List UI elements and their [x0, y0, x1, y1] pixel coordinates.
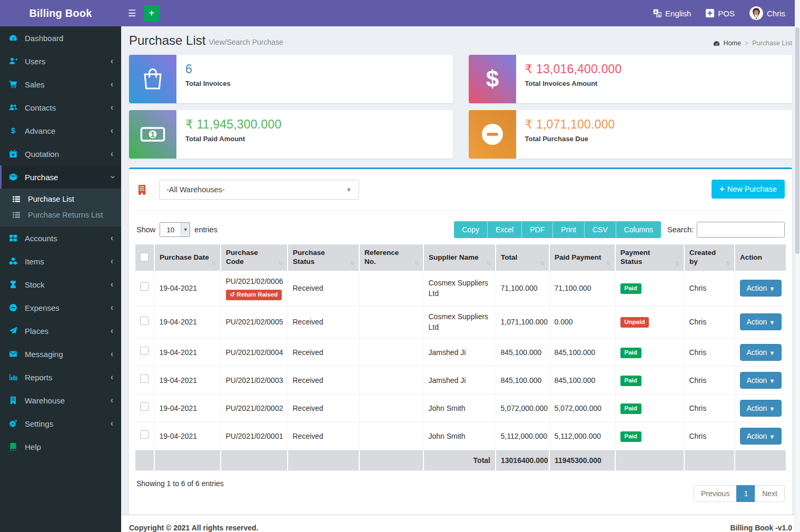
column-header-supplier-name[interactable]: Supplier Name↑↓: [423, 244, 496, 271]
table-info: Showing 1 to 6 of 6 entries: [136, 479, 224, 488]
sidebar-item-sales[interactable]: Sales‹: [0, 73, 121, 96]
pagination-page-1[interactable]: 1: [736, 485, 755, 502]
export-columns-button[interactable]: Columns: [616, 221, 661, 238]
row-checkbox[interactable]: [140, 375, 149, 383]
sidebar-item-messaging[interactable]: Messaging‹: [0, 342, 121, 366]
cell-total: 5,112,000.000: [496, 422, 549, 450]
column-header-created-by[interactable]: Created by↑↓: [684, 244, 735, 271]
cart-icon: [9, 80, 21, 88]
row-checkbox[interactable]: [140, 430, 149, 439]
app-logo[interactable]: Billing Book: [0, 0, 121, 26]
cell-purchase-status: Received: [288, 338, 359, 366]
chevron-left-icon: ‹: [111, 350, 113, 358]
pagination-previous[interactable]: Previous: [694, 485, 737, 502]
sidebar-item-settings[interactable]: Settings‹: [0, 412, 121, 435]
action-button[interactable]: Action▼: [740, 280, 782, 297]
page-length-select[interactable]: 10 ▼: [160, 222, 190, 237]
export-print-button[interactable]: Print: [553, 221, 585, 238]
chevron-left-icon: ‹: [111, 103, 113, 112]
dashboard-icon: [713, 40, 720, 47]
row-checkbox[interactable]: [140, 282, 149, 291]
column-header-payment-status[interactable]: Payment Status↑↓: [615, 244, 684, 271]
column-header-purchase-code[interactable]: Purchase Code↑↓: [221, 244, 288, 271]
export-csv-button[interactable]: CSV: [585, 221, 616, 238]
new-purchase-button[interactable]: +New Purchase: [712, 180, 785, 199]
column-header-total[interactable]: Total↑↓: [496, 244, 549, 271]
breadcrumb-home-link[interactable]: Home: [724, 40, 741, 47]
column-header-paid-payment[interactable]: Paid Payment↑↓: [549, 244, 615, 271]
cell-supplier-name: John Smith: [423, 422, 496, 450]
action-button[interactable]: Action▼: [740, 313, 782, 330]
sidebar-item-accounts[interactable]: Accounts‹: [0, 226, 121, 250]
cell-purchase-code: PU/2021/02/0006↺ Return Raised: [221, 271, 288, 306]
pos-label: POS: [718, 9, 735, 18]
cell-purchase-status: Received: [288, 271, 359, 306]
money-bill-icon: 1: [129, 110, 176, 159]
sidebar-item-stock[interactable]: Stock‹: [0, 273, 121, 296]
caret-down-icon: ▼: [769, 285, 775, 292]
minus-circle-icon: [469, 110, 516, 159]
search-input[interactable]: [697, 222, 785, 238]
sidebar-item-contacts[interactable]: Contacts‹: [0, 96, 121, 119]
sidebar-item-items[interactable]: Items‹: [0, 250, 121, 273]
sidebar-item-purchase[interactable]: Purchase‹: [0, 165, 121, 189]
payment-status-badge: Paid: [620, 376, 641, 386]
action-button[interactable]: Action▼: [740, 372, 782, 389]
row-checkbox[interactable]: [140, 347, 149, 355]
cell-supplier-name: Cosmex Suppliers Ltd: [423, 306, 496, 339]
chevron-left-icon: ‹: [111, 280, 113, 289]
language-menu[interactable]: Aa English: [646, 0, 698, 26]
sidebar-toggle-icon[interactable]: ☰: [121, 8, 143, 19]
row-checkbox[interactable]: [140, 317, 149, 325]
sidebar-item-label: Sales: [25, 80, 45, 89]
breadcrumb-separator: >: [745, 40, 748, 47]
sort-icon: ↑↓: [725, 259, 729, 267]
sidebar-item-quotation[interactable]: Quotation‹: [0, 142, 121, 165]
action-button[interactable]: Action▼: [740, 400, 782, 417]
table-row: 19-04-2021PU/2021/02/0006↺ Return Raised…: [135, 271, 786, 306]
dollar-icon: $: [9, 126, 21, 135]
scrollbar[interactable]: [795, 0, 800, 532]
cell-total: 1,071,100.000: [496, 306, 549, 339]
sidebar-item-places[interactable]: Places‹: [0, 319, 121, 342]
sidebar-item-reports[interactable]: Reports‹: [0, 366, 121, 389]
envelope-icon: [9, 350, 21, 358]
row-checkbox[interactable]: [140, 402, 149, 411]
table-controls: Show 10 ▼ entries CopyExcelPDFPrintCSVCo…: [136, 221, 785, 238]
sidebar-item-label: Help: [25, 442, 41, 451]
sidebar-item-dashboard[interactable]: Dashboard: [0, 26, 121, 50]
sidebar-item-help[interactable]: Help: [0, 435, 121, 458]
pos-button[interactable]: POS: [698, 0, 742, 26]
action-button[interactable]: Action▼: [740, 344, 782, 361]
column-header-purchase-date[interactable]: Purchase Date↑↓: [154, 244, 221, 271]
table-footer: Showing 1 to 6 of 6 entries Previous 1 N…: [136, 478, 785, 502]
sidebar-item-label: Dashboard: [25, 34, 63, 43]
cell-purchase-date: 19-04-2021: [154, 271, 221, 306]
export-copy-button[interactable]: Copy: [454, 221, 488, 238]
language-label: English: [665, 9, 691, 18]
quick-add-button[interactable]: +: [143, 5, 160, 22]
column-header-reference-no[interactable]: Reference No.↑↓: [359, 244, 423, 271]
select-all-checkbox[interactable]: [140, 253, 149, 261]
table-header-row: Purchase Date↑↓Purchase Code↑↓Purchase S…: [135, 244, 786, 271]
user-menu[interactable]: Chris: [742, 0, 793, 26]
sidebar-item-users[interactable]: Users‹: [0, 50, 121, 73]
export-excel-button[interactable]: Excel: [488, 221, 522, 238]
sidebar-item-warehouse[interactable]: Warehouse‹: [0, 389, 121, 412]
sidebar-subitem-purchase-returns-list[interactable]: Purchase Returns List: [0, 207, 121, 223]
pagination-next[interactable]: Next: [755, 485, 785, 502]
action-button[interactable]: Action▼: [740, 428, 782, 445]
table-row: 19-04-2021PU/2021/02/0001ReceivedJohn Sm…: [135, 422, 786, 450]
sidebar-subitem-purchase-list[interactable]: Purchase List: [0, 191, 121, 207]
export-pdf-button[interactable]: PDF: [522, 221, 553, 238]
column-header-purchase-status[interactable]: Purchase Status↑↓: [288, 244, 359, 271]
scrollbar-thumb[interactable]: [795, 27, 799, 254]
sidebar-item-advance[interactable]: $Advance‹: [0, 119, 121, 142]
sidebar-subitem-label: Purchase Returns List: [28, 211, 103, 219]
sidebar-item-label: Stock: [25, 280, 45, 289]
warehouse-select[interactable]: -All Warehouses- ▼: [159, 180, 359, 200]
sidebar-item-label: Contacts: [25, 103, 56, 112]
stat-label: Total Purchase Due: [525, 135, 615, 143]
sidebar-item-label: Settings: [25, 419, 53, 428]
sidebar-item-expenses[interactable]: Expenses‹: [0, 296, 121, 319]
